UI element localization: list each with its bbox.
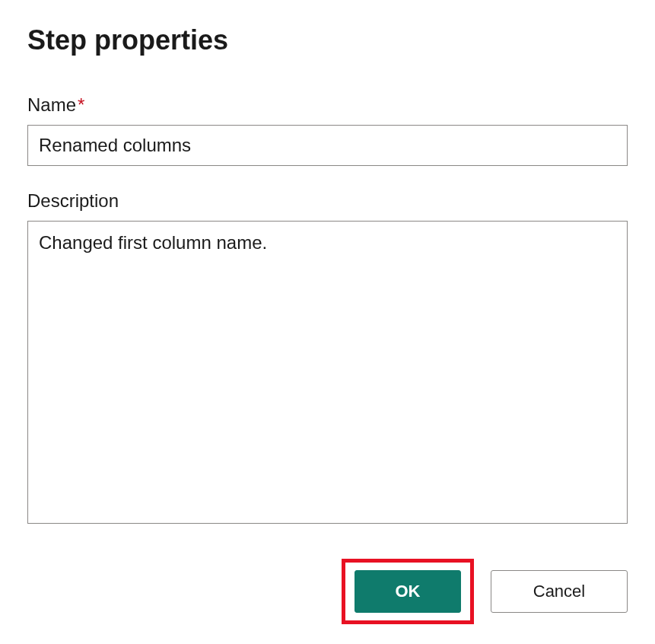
name-label: Name* [27, 94, 628, 116]
cancel-button[interactable]: Cancel [491, 570, 628, 613]
dialog-button-row: OK Cancel [27, 559, 628, 624]
ok-button-highlight: OK [342, 559, 474, 624]
description-field-group: Description [27, 190, 628, 527]
description-textarea[interactable] [27, 221, 628, 524]
dialog-title: Step properties [27, 24, 628, 56]
name-input[interactable] [27, 125, 628, 166]
name-label-text: Name [27, 94, 76, 115]
required-asterisk: * [78, 94, 84, 115]
ok-button[interactable]: OK [355, 570, 461, 613]
name-field-group: Name* [27, 94, 628, 166]
step-properties-dialog: Step properties Name* Description OK Can… [0, 0, 655, 644]
description-label: Description [27, 190, 628, 212]
